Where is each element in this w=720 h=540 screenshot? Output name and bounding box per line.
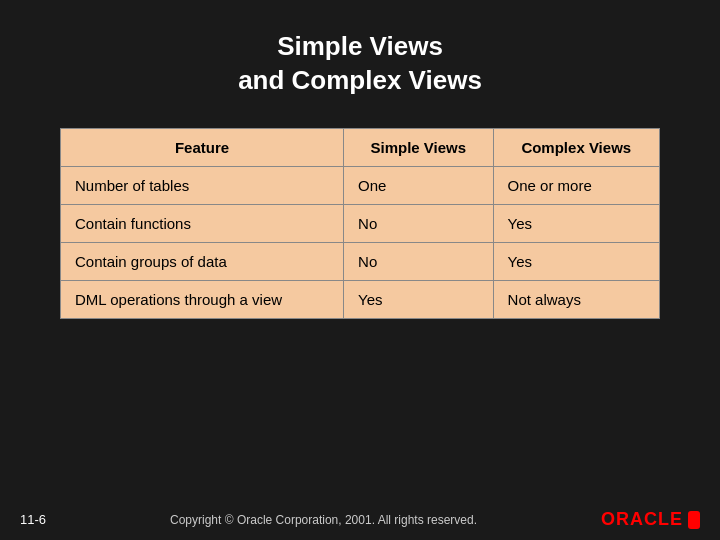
- table-cell-2-2: Yes: [493, 242, 659, 280]
- col-header-complex: Complex Views: [493, 128, 659, 166]
- title-line2: and Complex Views: [238, 65, 482, 95]
- table-cell-1-2: Yes: [493, 204, 659, 242]
- col-header-simple: Simple Views: [344, 128, 493, 166]
- slide-title: Simple Views and Complex Views: [238, 30, 482, 98]
- table-row: Contain groups of dataNoYes: [61, 242, 660, 280]
- copyright-text: Copyright © Oracle Corporation, 2001. Al…: [170, 513, 477, 527]
- title-line1: Simple Views: [277, 31, 443, 61]
- table-row: DML operations through a viewYesNot alwa…: [61, 280, 660, 318]
- col-header-feature: Feature: [61, 128, 344, 166]
- table-cell-3-2: Not always: [493, 280, 659, 318]
- oracle-bar-icon: [688, 511, 700, 529]
- table-cell-2-1: No: [344, 242, 493, 280]
- table-cell-0-1: One: [344, 166, 493, 204]
- table-row: Number of tablesOneOne or more: [61, 166, 660, 204]
- table-wrapper: Feature Simple Views Complex Views Numbe…: [60, 128, 660, 319]
- table-header-row: Feature Simple Views Complex Views: [61, 128, 660, 166]
- table-cell-1-1: No: [344, 204, 493, 242]
- table-cell-3-0: DML operations through a view: [61, 280, 344, 318]
- oracle-logo: ORACLE: [601, 509, 700, 530]
- slide-container: Simple Views and Complex Views Feature S…: [0, 0, 720, 540]
- table-row: Contain functionsNoYes: [61, 204, 660, 242]
- footer: 11-6 Copyright © Oracle Corporation, 200…: [0, 509, 720, 530]
- slide-number: 11-6: [20, 512, 46, 527]
- table-cell-0-0: Number of tables: [61, 166, 344, 204]
- table-cell-0-2: One or more: [493, 166, 659, 204]
- comparison-table: Feature Simple Views Complex Views Numbe…: [60, 128, 660, 319]
- table-cell-3-1: Yes: [344, 280, 493, 318]
- table-cell-1-0: Contain functions: [61, 204, 344, 242]
- oracle-label: ORACLE: [601, 509, 683, 530]
- table-cell-2-0: Contain groups of data: [61, 242, 344, 280]
